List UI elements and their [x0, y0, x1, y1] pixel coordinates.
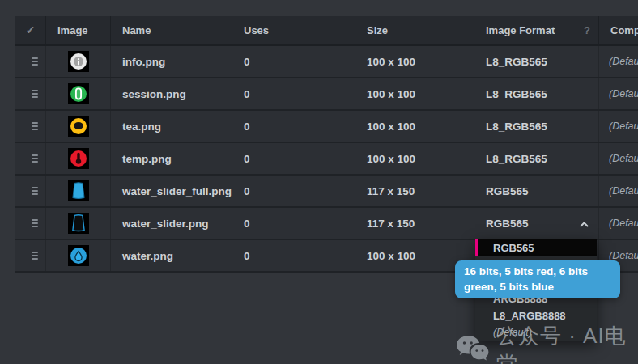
header-cell-image[interactable]: Image: [46, 16, 111, 44]
image-name-text: tea.png: [122, 121, 161, 133]
compression-select[interactable]: (Default): [599, 46, 638, 77]
image-size-text: 100 x 100: [367, 56, 415, 68]
header-cell-name[interactable]: Name: [111, 16, 232, 44]
uses-count-text: 0: [244, 185, 250, 197]
header-cell-uses[interactable]: Uses: [232, 16, 355, 44]
image-format-select[interactable]: L8_RGB565: [474, 143, 599, 174]
image-format-select-text: L8_RGB565: [486, 121, 547, 133]
drag-handle-icon[interactable]: [32, 154, 38, 163]
image-name: tea.png: [111, 111, 232, 142]
header-cell-compression[interactable]: Compression: [599, 16, 638, 44]
row-select-cell: [15, 143, 46, 174]
checkmark-icon: ✓: [26, 23, 36, 36]
image-format-select-text: L8_RGB565: [486, 153, 547, 165]
uses-count: 0: [232, 143, 355, 174]
image-format-select-text: RGB565: [486, 185, 529, 197]
table-row[interactable]: water_slider.png0117 x 150RGB565(Default…: [15, 208, 638, 240]
image-format-select[interactable]: RGB565: [474, 208, 599, 239]
drag-handle-icon[interactable]: [32, 57, 38, 66]
image-format-select[interactable]: L8_RGB565: [474, 46, 599, 77]
header-cell-size[interactable]: Size: [355, 16, 474, 44]
drag-handle-icon[interactable]: [32, 219, 38, 227]
image-name-text: water_slider_full.png: [122, 185, 232, 197]
compression-select-text: (Default): [609, 218, 638, 229]
dropdown-item[interactable]: (Default): [475, 324, 597, 341]
format-tooltip: 16 bits, 5 bits red, 6 bits green, 5 bit…: [455, 260, 620, 298]
compression-select[interactable]: (Default): [599, 111, 638, 142]
drag-handle-icon[interactable]: [32, 90, 38, 98]
image-format-select-text: RGB565: [486, 218, 529, 230]
image-name: water_slider.png: [111, 208, 232, 239]
drag-handle-icon[interactable]: [32, 187, 38, 195]
image-name-text: info.png: [122, 56, 165, 68]
compression-select[interactable]: (Default): [599, 78, 638, 109]
image-thumbnail-cell: [46, 46, 111, 77]
image-name-text: session.png: [122, 88, 186, 100]
image-size: 100 x 100: [355, 78, 474, 109]
table-row[interactable]: session.png0100 x 100L8_RGB565(Default): [15, 78, 638, 111]
header-label: Name: [122, 24, 151, 36]
image-name-text: water.png: [122, 250, 173, 262]
uses-count: 0: [232, 46, 355, 77]
image-format-select-text: L8_RGB565: [486, 56, 547, 68]
row-select-cell: [15, 240, 46, 271]
uses-count: 0: [232, 176, 355, 206]
table-row[interactable]: tea.png0100 x 100L8_RGB565(Default): [15, 111, 638, 143]
image-format-select[interactable]: RGB565: [474, 176, 599, 206]
image-size: 117 x 150: [355, 176, 474, 206]
water-drop-icon: [68, 245, 89, 266]
compression-select-text: (Default): [609, 88, 638, 99]
image-name: water.png: [111, 240, 232, 271]
drag-handle-icon[interactable]: [32, 252, 38, 260]
compression-select[interactable]: (Default): [599, 143, 638, 174]
row-select-cell: [15, 111, 46, 142]
uses-count: 0: [232, 208, 355, 239]
row-select-cell: [15, 176, 46, 206]
image-thumbnail-cell: [46, 176, 111, 206]
compression-select-text: (Default): [609, 56, 638, 67]
image-size: 100 x 100: [355, 143, 474, 174]
image-format-select[interactable]: L8_RGB565: [474, 78, 599, 109]
compression-select[interactable]: (Default): [599, 176, 638, 206]
row-select-cell: [15, 78, 46, 109]
image-size: 100 x 100: [355, 46, 474, 77]
water-slider-full-icon: [68, 180, 89, 201]
image-name: session.png: [111, 78, 232, 109]
temp-thermometer-icon: [68, 148, 89, 169]
image-size: 100 x 100: [355, 111, 474, 142]
header-label: Compression: [610, 24, 638, 36]
row-select-cell: [15, 46, 46, 77]
header-label: Image: [57, 24, 88, 36]
chevron-up-icon[interactable]: [580, 218, 589, 230]
image-size-text: 100 x 100: [367, 250, 415, 262]
compression-select-text: (Default): [609, 185, 638, 197]
image-name: info.png: [111, 46, 232, 77]
dropdown-item[interactable]: RGB565: [475, 239, 597, 256]
table-row[interactable]: info.png0100 x 100L8_RGB565(Default): [15, 46, 638, 78]
image-format-select-text: L8_RGB565: [486, 88, 547, 100]
compression-select[interactable]: (Default): [599, 208, 638, 239]
dropdown-item[interactable]: L8_ARGB8888: [475, 307, 597, 324]
uses-count-text: 0: [244, 250, 250, 262]
uses-count-text: 0: [244, 121, 250, 133]
image-size-text: 117 x 150: [367, 218, 415, 230]
image-size-text: 100 x 100: [367, 121, 415, 133]
uses-count: 0: [232, 111, 355, 142]
header-cell-format[interactable]: Image Format?: [474, 16, 599, 44]
table-header-row: ✓ImageNameUsesSizeImage Format?Compressi…: [15, 16, 638, 46]
header-cell-select[interactable]: ✓: [15, 16, 46, 44]
table-row[interactable]: temp.png0100 x 100L8_RGB565(Default): [15, 143, 638, 176]
image-format-select[interactable]: L8_RGB565: [474, 111, 599, 142]
uses-count-text: 0: [244, 56, 250, 68]
drag-handle-icon[interactable]: [32, 122, 38, 130]
info-circle-icon: [68, 51, 89, 72]
compression-select-text: (Default): [609, 121, 638, 132]
uses-count-text: 0: [244, 88, 250, 100]
header-label: Size: [367, 24, 388, 36]
table-row[interactable]: water_slider_full.png0117 x 150RGB565(De…: [15, 176, 638, 208]
header-label: Image Format: [486, 24, 555, 36]
uses-count-text: 0: [244, 153, 250, 165]
image-size-text: 117 x 150: [367, 185, 415, 197]
help-icon[interactable]: ?: [584, 24, 590, 36]
tea-cup-icon: [68, 116, 89, 137]
